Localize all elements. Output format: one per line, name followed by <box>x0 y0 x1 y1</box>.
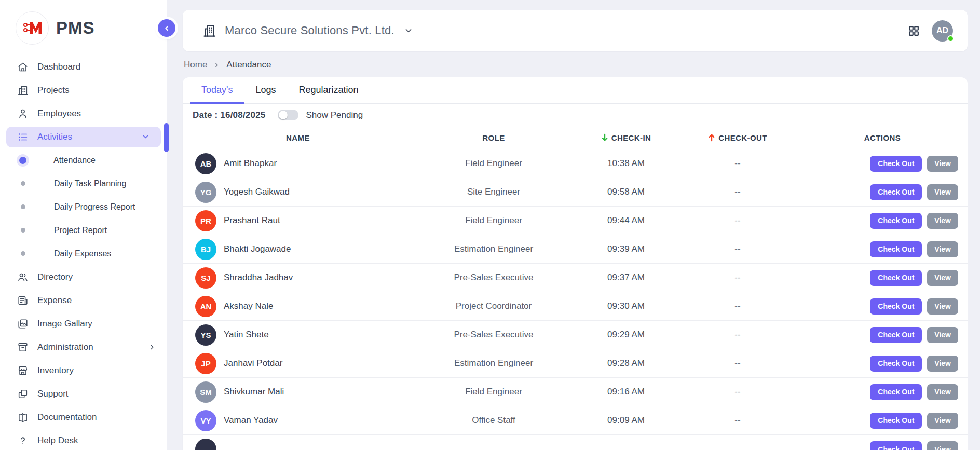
active-section-indicator <box>164 123 169 152</box>
check-out-time: -- <box>678 187 797 197</box>
check-out-button[interactable]: Check Out <box>870 441 922 450</box>
sidebar-collapse-button[interactable] <box>158 19 175 37</box>
sidebar-item-help-desk[interactable]: Help Desk <box>0 429 167 450</box>
sidebar-item-directory[interactable]: Directory <box>0 265 167 289</box>
sidebar-item-inventory[interactable]: Inventory <box>0 359 167 382</box>
check-out-time: -- <box>678 330 797 340</box>
view-button[interactable]: View <box>927 241 958 257</box>
sidebar-item-expense[interactable]: Expense <box>0 289 167 312</box>
check-out-time: -- <box>678 301 797 311</box>
view-button[interactable]: View <box>927 213 958 229</box>
check-in-time: 09:44 AM <box>574 215 678 226</box>
check-out-time: -- <box>678 244 797 254</box>
avatar: PR <box>195 210 216 231</box>
copy-icon <box>17 388 29 400</box>
view-button[interactable]: View <box>927 413 958 429</box>
sidebar-item-dashboard[interactable]: Dashboard <box>0 55 167 78</box>
check-out-time: -- <box>678 215 797 226</box>
check-out-button[interactable]: Check Out <box>870 298 922 315</box>
check-out-time: -- <box>678 387 797 397</box>
table-row: YS Yatin Shete Pre-Sales Executive 09:29… <box>183 321 968 349</box>
sidebar-item-documentation[interactable]: Documentation <box>0 405 167 429</box>
check-out-button[interactable]: Check Out <box>870 156 922 172</box>
check-out-button[interactable]: Check Out <box>870 184 922 200</box>
sidebar-subitem-label: Daily Task Planning <box>54 179 126 188</box>
avatar: AN <box>195 296 216 317</box>
employee-role: Field Engineer <box>413 215 574 226</box>
filter-row: Date : 16/08/2025 Show Pending <box>183 104 968 126</box>
sidebar-item-attendance[interactable]: Attendance <box>0 148 167 172</box>
employee-role: Office Staff <box>413 415 574 426</box>
employee-role: Field Engineer <box>413 387 574 397</box>
employee-role: Pre-Sales Executive <box>413 330 574 340</box>
view-button[interactable]: View <box>927 384 958 400</box>
sidebar-item-daily-progress-report[interactable]: Daily Progress Report <box>0 195 167 219</box>
view-button[interactable]: View <box>927 327 958 343</box>
home-icon <box>17 61 29 73</box>
tab-bar: Today's Logs Regularization <box>183 77 968 104</box>
view-button[interactable]: View <box>927 156 958 172</box>
users-icon <box>17 271 29 283</box>
tab-logs[interactable]: Logs <box>244 77 287 104</box>
user-avatar[interactable]: AD <box>932 20 953 42</box>
check-out-time: -- <box>678 272 797 283</box>
sidebar-item-label: Image Gallary <box>37 319 92 329</box>
sidebar-item-daily-expenses[interactable]: Daily Expenses <box>0 242 167 265</box>
check-in-time: 09:29 AM <box>574 330 678 340</box>
sidebar-item-projects[interactable]: Projects <box>0 78 167 102</box>
check-in-time: 09:30 AM <box>574 301 678 311</box>
sort-down-arrow-icon <box>601 133 608 142</box>
date-label: Date : 16/08/2025 <box>193 110 265 120</box>
employee-name: Bhakti Jogawade <box>224 244 291 254</box>
sidebar-subitem-label: Attendance <box>53 156 96 165</box>
check-out-button[interactable]: Check Out <box>870 384 922 400</box>
tab-todays[interactable]: Today's <box>190 77 244 104</box>
check-out-button[interactable]: Check Out <box>870 327 922 343</box>
view-button[interactable]: View <box>927 184 958 200</box>
check-out-time: -- <box>678 415 797 426</box>
attendance-card: Today's Logs Regularization Date : 16/08… <box>183 77 968 450</box>
book-icon <box>17 411 29 424</box>
breadcrumb-current: Attendance <box>226 60 271 70</box>
online-status-dot <box>947 35 954 42</box>
dot-icon <box>21 228 25 233</box>
sidebar-item-administration[interactable]: Administration <box>0 335 167 359</box>
check-out-button[interactable]: Check Out <box>870 356 922 372</box>
company-name: Marco Secure Solutions Pvt. Ltd. <box>225 24 394 37</box>
column-header-role: ROLE <box>413 133 574 142</box>
company-selector[interactable]: Marco Secure Solutions Pvt. Ltd. <box>202 24 413 38</box>
sidebar-subitem-label: Daily Progress Report <box>54 202 135 212</box>
check-in-time: 09:39 AM <box>574 244 678 254</box>
sidebar-item-employees[interactable]: Employees <box>0 102 167 125</box>
check-out-button[interactable]: Check Out <box>870 213 922 229</box>
check-out-button[interactable]: Check Out <box>870 413 922 429</box>
check-out-button[interactable]: Check Out <box>870 241 922 257</box>
sidebar-item-activities[interactable]: Activities <box>6 127 161 147</box>
apps-grid-icon[interactable] <box>907 24 920 37</box>
view-button[interactable]: View <box>927 270 958 286</box>
show-pending-toggle[interactable] <box>278 110 298 120</box>
sidebar-subitem-label: Daily Expenses <box>54 249 111 258</box>
sidebar-item-label: Inventory <box>37 365 74 376</box>
sidebar-item-daily-task-planning[interactable]: Daily Task Planning <box>0 172 167 195</box>
chevron-right-icon <box>213 62 220 69</box>
view-button[interactable]: View <box>927 298 958 315</box>
view-button[interactable]: View <box>927 356 958 372</box>
app-title: PMS <box>56 18 95 38</box>
employee-name: Amit Bhapkar <box>224 158 277 169</box>
employee-role: Project Coordinator <box>413 301 574 311</box>
column-header-checkin[interactable]: CHECK-IN <box>574 133 678 142</box>
check-in-time: 09:16 AM <box>574 387 678 397</box>
tab-regularization[interactable]: Regularization <box>288 77 370 104</box>
table-row: PR Prashant Raut Field Engineer 09:44 AM… <box>183 207 968 235</box>
breadcrumb-home[interactable]: Home <box>184 60 207 70</box>
sidebar-item-support[interactable]: Support <box>0 382 167 405</box>
list-icon <box>17 131 29 143</box>
column-header-checkout[interactable]: CHECK-OUT <box>678 133 797 142</box>
employee-role: Pre-Sales Executive <box>413 272 574 283</box>
check-out-button[interactable]: Check Out <box>870 270 922 286</box>
sidebar-item-image-gallary[interactable]: Image Gallary <box>0 312 167 335</box>
view-button[interactable]: View <box>927 441 958 450</box>
employee-name: Shivkumar Mali <box>224 387 284 397</box>
sidebar-item-project-report[interactable]: Project Report <box>0 219 167 242</box>
